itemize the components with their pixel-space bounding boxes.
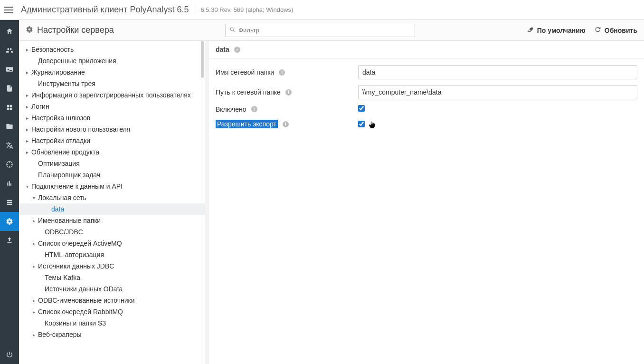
defaults-button[interactable]: По умолчанию xyxy=(527,26,586,35)
tree-item[interactable]: ▸Список очередей RabbitMQ xyxy=(19,306,205,317)
chevron-down-icon[interactable]: ▾ xyxy=(24,184,30,189)
chevron-right-icon[interactable]: ▸ xyxy=(30,264,37,269)
info-icon[interactable]: i xyxy=(283,121,289,127)
tree-item[interactable]: ODBC/JDBC xyxy=(19,226,205,238)
tree-item-label: Список очередей RabbitMQ xyxy=(38,308,123,316)
menu-button[interactable] xyxy=(4,4,16,16)
checkbox-allow-export[interactable] xyxy=(358,121,365,127)
tree-item-label: Именованные папки xyxy=(38,217,101,224)
chevron-right-icon[interactable]: ▸ xyxy=(30,241,37,246)
chevron-right-icon[interactable]: ▸ xyxy=(30,218,37,223)
nav-card[interactable] xyxy=(0,60,19,79)
nav-doc[interactable] xyxy=(0,79,19,98)
nav-storage[interactable] xyxy=(0,193,19,212)
chevron-right-icon[interactable]: ▸ xyxy=(30,298,37,303)
tree-item[interactable]: Инструменты трея xyxy=(19,78,205,89)
main: Настройки сервера По умолчанию xyxy=(19,20,644,364)
row-share-path: Путь к сетевой папке i xyxy=(216,85,637,99)
chevron-right-icon[interactable]: ▸ xyxy=(24,47,30,52)
row-allow-export: Разрешить экспорт i xyxy=(216,119,637,129)
label-allow-export: Разрешить экспорт i xyxy=(216,120,358,128)
tree-item[interactable]: ▸Безопасность xyxy=(19,44,205,55)
tree-item[interactable]: ▸Настройки отладки xyxy=(19,135,205,146)
chevron-down-icon[interactable]: ▾ xyxy=(30,195,37,201)
chevron-right-icon[interactable]: ▸ xyxy=(24,104,30,109)
tree-item[interactable]: Корзины и папки S3 xyxy=(19,317,205,329)
tree-item[interactable]: ▸Список очередей ActiveMQ xyxy=(19,238,205,249)
tree-item[interactable]: ▸Источники данных JDBC xyxy=(19,260,205,272)
scrollbar-thumb[interactable] xyxy=(201,41,204,78)
row-enabled: Включено i xyxy=(216,105,637,113)
tree-item[interactable]: ▸Именованные папки xyxy=(19,215,205,226)
chevron-right-icon[interactable]: ▸ xyxy=(24,127,30,132)
chevron-right-icon[interactable]: ▸ xyxy=(24,115,30,121)
tree-item[interactable]: ▾Подключение к данным и API xyxy=(19,181,205,192)
nav-chart[interactable] xyxy=(0,174,19,193)
nav-folder[interactable] xyxy=(0,117,19,136)
nav-modules[interactable] xyxy=(0,98,19,117)
tree-item[interactable]: ▾Локальная сеть xyxy=(19,192,205,203)
tree-item[interactable]: ▸Настройка шлюзов xyxy=(19,112,205,124)
tree-item[interactable]: ▸Обновление продукта xyxy=(19,146,205,158)
row-share-name: Имя сетевой папки i xyxy=(216,65,637,79)
input-share-name[interactable] xyxy=(358,65,637,79)
tree-item-label: Темы Kafka xyxy=(45,274,80,281)
tree-item[interactable]: Оптимизация xyxy=(19,158,205,169)
tree-item-label: HTML-авторизация xyxy=(45,251,104,259)
tree-item[interactable]: ▸Веб-скраперы xyxy=(19,329,205,340)
chevron-right-icon[interactable]: ▸ xyxy=(24,138,30,144)
tree-item[interactable]: data xyxy=(19,203,205,215)
nav-upload[interactable] xyxy=(0,231,19,250)
filter-input[interactable] xyxy=(238,27,411,34)
tree-item[interactable]: Доверенные приложения xyxy=(19,55,205,67)
nav-lang[interactable] xyxy=(0,136,19,155)
tree-item-label: Информация о зарегистрированных пользова… xyxy=(31,91,191,99)
chevron-right-icon[interactable]: ▸ xyxy=(30,332,37,337)
nav-power[interactable] xyxy=(0,345,19,364)
settings-tree[interactable]: ▸БезопасностьДоверенные приложения▸Журна… xyxy=(19,41,205,364)
tree-item-label: Список очередей ActiveMQ xyxy=(38,239,122,247)
topbar: Административный клиент PolyAnalyst 6.5 … xyxy=(0,0,644,20)
checkbox-enabled[interactable] xyxy=(358,105,365,112)
tree-item[interactable]: Темы Kafka xyxy=(19,272,205,283)
refresh-button[interactable]: Обновить xyxy=(594,26,637,35)
workspace: Настройки сервера По умолчанию xyxy=(0,20,644,364)
filter-box[interactable] xyxy=(225,24,415,37)
info-icon[interactable]: i xyxy=(279,69,285,76)
nav-target[interactable] xyxy=(0,155,19,174)
tree-item-label: Безопасность xyxy=(31,46,74,53)
info-icon[interactable]: i xyxy=(234,47,240,53)
toolbar: Настройки сервера По умолчанию xyxy=(19,20,644,41)
nav-users[interactable] xyxy=(0,41,19,60)
tree-item[interactable]: ▸ODBC-именованные источники xyxy=(19,295,205,306)
tree-item-label: Настройки отладки xyxy=(31,137,90,144)
tree-item[interactable]: ▸Журналирование xyxy=(19,67,205,78)
app-version: 6.5.30 Rev. 569 (alpha; Windows) xyxy=(201,6,294,13)
info-icon[interactable]: i xyxy=(285,89,292,96)
tree-item-label: Локальная сеть xyxy=(38,194,86,201)
chevron-right-icon[interactable]: ▸ xyxy=(30,309,37,315)
info-icon[interactable]: i xyxy=(251,106,257,112)
tree-item[interactable]: ▸Настройки нового пользователя xyxy=(19,124,205,135)
tree-item-label: Планировщик задач xyxy=(38,171,100,179)
nav-home[interactable] xyxy=(0,22,19,41)
tree-item[interactable]: Планировщик задач xyxy=(19,169,205,181)
input-share-path[interactable] xyxy=(358,85,637,99)
tree-item[interactable]: ▸Информация о зарегистрированных пользов… xyxy=(19,89,205,101)
tree-item-label: Источники данных JDBC xyxy=(38,262,114,270)
tree-item-label: Подключение к данным и API xyxy=(31,182,123,190)
tree-item[interactable]: ▸Логин xyxy=(19,101,205,112)
tree-item-label: Корзины и папки S3 xyxy=(45,319,106,327)
refresh-icon xyxy=(594,26,602,35)
label-enabled: Включено i xyxy=(216,105,358,113)
chevron-right-icon[interactable]: ▸ xyxy=(24,93,30,98)
chevron-right-icon[interactable]: ▸ xyxy=(24,70,30,75)
nav-settings[interactable] xyxy=(0,212,19,231)
chevron-right-icon[interactable]: ▸ xyxy=(24,150,30,155)
tree-item[interactable]: HTML-авторизация xyxy=(19,249,205,260)
tree-item-label: data xyxy=(51,205,64,213)
eraser-icon xyxy=(527,26,534,35)
tree-item-label: Веб-скраперы xyxy=(38,331,82,338)
tree-item[interactable]: Источники данных OData xyxy=(19,283,205,295)
content-panel: data i Имя сетевой папки i xyxy=(205,41,644,364)
